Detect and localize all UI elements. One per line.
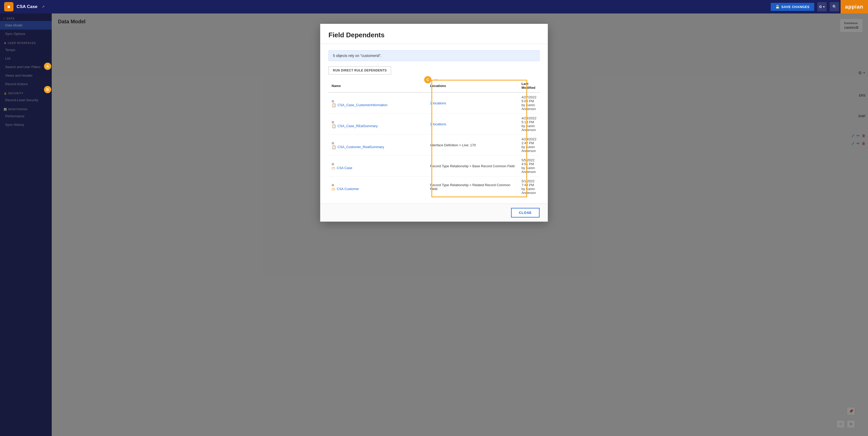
gear-button[interactable]: ⚙ ▼ bbox=[817, 2, 827, 11]
badge-b: B bbox=[44, 86, 51, 93]
appian-label: appian bbox=[845, 4, 863, 10]
badge-c-arrow: → bbox=[433, 77, 438, 82]
app-icon: ■ bbox=[4, 2, 13, 11]
row-modified-4: 5/1/2022 7:48 PM by Karen Anderson bbox=[518, 177, 539, 198]
col-header-name: Name bbox=[329, 80, 427, 92]
table-row: ⊞ 🗃 CSA Customer Record Type Relationshi… bbox=[329, 177, 539, 198]
expand-btn-2[interactable]: ⊞ bbox=[332, 141, 334, 145]
modal-header: Field Dependents bbox=[320, 24, 548, 44]
badge-c-arrow-wrap: C → bbox=[424, 76, 438, 83]
badge-a: A bbox=[44, 63, 51, 70]
col-header-last-modified: Last Modified bbox=[518, 80, 539, 92]
info-banner: 5 objects rely on "customerid". bbox=[329, 50, 539, 61]
row-loc-0: 2 locations bbox=[427, 92, 518, 114]
run-direct-rule-dependents-button[interactable]: RUN DIRECT RULE DEPENDENTS bbox=[329, 66, 391, 75]
interface-icon-2: 📋 bbox=[332, 145, 336, 149]
row-name-1: ⊞ 📋 CSA_Case_REalSummary bbox=[329, 114, 427, 135]
top-navigation: ■ CSA Case ↗ 💾 SAVE CHANGES ⚙ ▼ 🔍 ⋮⋮ 👤 a… bbox=[0, 0, 868, 13]
modal-title: Field Dependents bbox=[329, 31, 539, 39]
loc-link-1[interactable]: 2 locations bbox=[430, 122, 446, 126]
obj-link-1[interactable]: 📋 CSA_Case_REalSummary bbox=[332, 124, 424, 128]
external-link-icon: ↗ bbox=[42, 5, 45, 9]
modal-body: 5 objects rely on "customerid". RUN DIRE… bbox=[320, 44, 548, 204]
record-icon-4: 🗃 bbox=[332, 187, 335, 191]
obj-link-2[interactable]: 📋 CSA_Customer_RealSummary bbox=[332, 145, 424, 149]
app-title: CSA Case bbox=[17, 4, 37, 9]
search-icon: 🔍 bbox=[832, 5, 837, 9]
dependents-table-wrapper: C → Name Locations Last Modified bbox=[329, 80, 539, 197]
obj-link-3[interactable]: 🗃 CSA Case bbox=[332, 166, 424, 170]
dependents-table: Name Locations Last Modified ⊞ 📋 CSA_Ca bbox=[329, 80, 539, 197]
expand-btn-3[interactable]: ⊞ bbox=[332, 162, 334, 166]
record-icon-3: 🗃 bbox=[332, 166, 335, 170]
close-button[interactable]: CLOSE bbox=[511, 208, 539, 217]
row-loc-2: Interface Definition > Line: 170 bbox=[427, 135, 518, 155]
modal-footer: CLOSE bbox=[320, 204, 548, 222]
table-row: ⊞ 📋 CSA_Case_REalSummary 2 locations bbox=[329, 114, 539, 135]
dropdown-arrow-icon: ▼ bbox=[823, 5, 825, 8]
field-dependents-modal: Field Dependents 5 objects rely on "cust… bbox=[320, 24, 548, 222]
badge-c: C bbox=[424, 76, 431, 83]
row-modified-3: 5/5/2022 4:51 PM by Karen Anderson bbox=[518, 155, 539, 177]
row-modified-0: 4/27/2022 5:00 PM by Karen Anderson bbox=[518, 92, 539, 114]
modal-overlay: A B Field Dependents 5 objects rely on "… bbox=[0, 13, 868, 436]
loc-link-0[interactable]: 2 locations bbox=[430, 101, 446, 105]
row-modified-1: 4/28/2022 5:18 PM by Karen Anderson bbox=[518, 114, 539, 135]
row-loc-1: 2 locations bbox=[427, 114, 518, 135]
appian-logo: appian bbox=[841, 0, 868, 13]
row-name-4: ⊞ 🗃 CSA Customer bbox=[329, 177, 427, 198]
table-row: ⊞ 🗃 CSA Case Record Type Relationship > … bbox=[329, 155, 539, 177]
obj-link-4[interactable]: 🗃 CSA Customer bbox=[332, 187, 424, 191]
gear-icon: ⚙ bbox=[819, 5, 822, 9]
table-body: ⊞ 📋 CSA_Case_CustomerInformation 2 locat… bbox=[329, 92, 539, 197]
expand-btn-1[interactable]: ⊞ bbox=[332, 120, 334, 124]
row-name-2: ⊞ 📋 CSA_Customer_RealSummary bbox=[329, 135, 427, 155]
save-icon: 💾 bbox=[775, 5, 780, 9]
row-name-0: ⊞ 📋 CSA_Case_CustomerInformation bbox=[329, 92, 427, 114]
obj-link-0[interactable]: 📋 CSA_Case_CustomerInformation bbox=[332, 103, 424, 107]
expand-btn-0[interactable]: ⊞ bbox=[332, 99, 334, 103]
row-modified-2: 4/29/2022 2:42 PM by Karen Anderson bbox=[518, 135, 539, 155]
expand-btn-4[interactable]: ⊞ bbox=[332, 183, 334, 187]
row-loc-3: Record Type Relationship > Base Record C… bbox=[427, 155, 518, 177]
save-changes-button[interactable]: 💾 SAVE CHANGES bbox=[771, 3, 814, 11]
save-button-label: SAVE CHANGES bbox=[781, 5, 810, 9]
interface-icon-0: 📋 bbox=[332, 103, 336, 107]
search-button[interactable]: 🔍 bbox=[830, 2, 839, 11]
row-loc-4: Record Type Relationship > Related Recor… bbox=[427, 177, 518, 198]
table-row: ⊞ 📋 CSA_Customer_RealSummary Interface D… bbox=[329, 135, 539, 155]
table-row: ⊞ 📋 CSA_Case_CustomerInformation 2 locat… bbox=[329, 92, 539, 114]
interface-icon-1: 📋 bbox=[332, 124, 336, 128]
col-header-locations: Locations bbox=[427, 80, 518, 92]
row-name-3: ⊞ 🗃 CSA Case bbox=[329, 155, 427, 177]
